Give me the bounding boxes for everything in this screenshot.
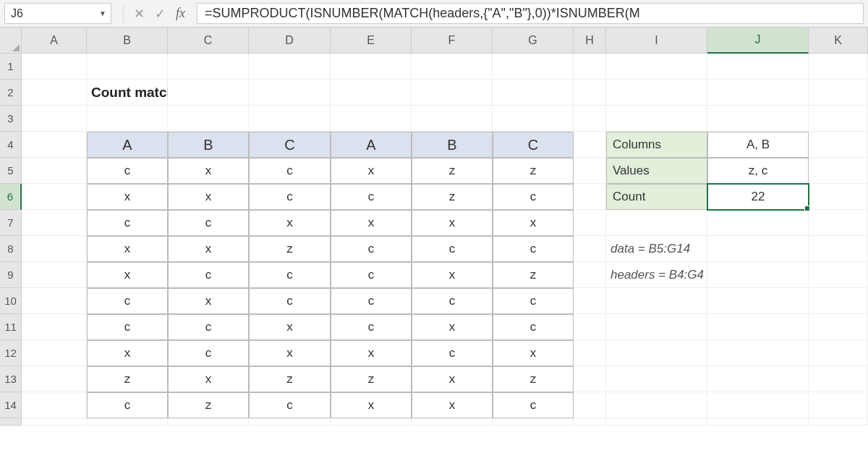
table-cell[interactable]: x <box>412 314 493 340</box>
table-cell[interactable]: z <box>493 262 574 288</box>
table-cell[interactable]: x <box>168 366 249 392</box>
table-cell[interactable]: z <box>412 158 493 184</box>
cell[interactable] <box>22 54 87 80</box>
row-header-13[interactable]: 13 <box>0 366 22 392</box>
table-cell[interactable]: x <box>412 262 493 288</box>
row-header-2[interactable]: 2 <box>0 80 22 106</box>
table-cell[interactable]: x <box>168 158 249 184</box>
table-cell[interactable]: c <box>87 392 168 418</box>
cell[interactable] <box>493 418 574 426</box>
col-header-H[interactable]: H <box>574 28 606 54</box>
table-cell[interactable]: c <box>493 184 574 210</box>
cell[interactable] <box>809 262 868 288</box>
cell[interactable] <box>809 418 868 426</box>
cell[interactable] <box>574 236 606 262</box>
side-count-value[interactable]: 22 <box>707 184 809 210</box>
cell[interactable] <box>331 80 412 106</box>
col-header-K[interactable]: K <box>809 28 868 54</box>
table-cell[interactable]: z <box>249 366 331 392</box>
cell[interactable] <box>87 418 168 426</box>
cell[interactable] <box>707 106 809 132</box>
table-cell[interactable]: x <box>87 262 168 288</box>
table-cell[interactable]: c <box>249 184 331 210</box>
cell[interactable] <box>22 314 87 340</box>
side-values-label[interactable]: Values <box>606 158 707 184</box>
table-cell[interactable]: c <box>493 236 574 262</box>
cell[interactable] <box>606 106 707 132</box>
cell[interactable] <box>493 106 574 132</box>
cell[interactable] <box>249 418 331 426</box>
cell[interactable] <box>809 366 868 392</box>
table-cell[interactable]: c <box>493 392 574 418</box>
table-cell[interactable]: x <box>249 340 331 366</box>
row-header-9[interactable]: 9 <box>0 262 22 288</box>
cell[interactable] <box>606 54 707 80</box>
side-columns-label[interactable]: Columns <box>606 132 707 158</box>
row-header-6[interactable]: 6 <box>0 184 22 210</box>
cell[interactable] <box>606 210 707 236</box>
cell[interactable] <box>493 80 574 106</box>
cell[interactable] <box>606 392 707 418</box>
cell[interactable] <box>574 366 606 392</box>
cell[interactable] <box>707 392 809 418</box>
table-cell[interactable]: x <box>331 392 412 418</box>
cell[interactable] <box>168 418 249 426</box>
cell[interactable] <box>606 340 707 366</box>
cell[interactable] <box>707 210 809 236</box>
cell[interactable] <box>574 54 606 80</box>
cell[interactable] <box>707 314 809 340</box>
table-header[interactable]: A <box>331 132 412 158</box>
cell[interactable] <box>606 418 707 426</box>
table-cell[interactable]: x <box>87 184 168 210</box>
cell[interactable] <box>809 158 868 184</box>
cell[interactable] <box>707 340 809 366</box>
cell[interactable] <box>809 288 868 314</box>
table-cell[interactable]: c <box>249 158 331 184</box>
cell[interactable] <box>574 106 606 132</box>
table-header[interactable]: B <box>412 132 493 158</box>
row-header-11[interactable]: 11 <box>0 314 22 340</box>
side-columns-value[interactable]: A, B <box>707 132 809 158</box>
table-cell[interactable]: x <box>331 210 412 236</box>
cell[interactable] <box>574 340 606 366</box>
cell[interactable] <box>249 106 331 132</box>
row-header-4[interactable]: 4 <box>0 132 22 158</box>
cell[interactable] <box>22 80 87 106</box>
cell[interactable] <box>168 54 249 80</box>
cell[interactable] <box>574 392 606 418</box>
page-title[interactable]: Count matching values in matching column… <box>87 80 168 106</box>
cell[interactable] <box>249 54 331 80</box>
col-header-G[interactable]: G <box>493 28 574 54</box>
cell[interactable] <box>707 418 809 426</box>
cell[interactable] <box>574 288 606 314</box>
row-header-7[interactable]: 7 <box>0 210 22 236</box>
chevron-down-icon[interactable]: ▼ <box>99 9 106 17</box>
cell[interactable] <box>87 54 168 80</box>
cell[interactable] <box>809 340 868 366</box>
cell[interactable] <box>574 262 606 288</box>
table-cell[interactable]: z <box>412 184 493 210</box>
cell[interactable] <box>809 236 868 262</box>
table-cell[interactable]: c <box>331 236 412 262</box>
table-cell[interactable]: z <box>168 392 249 418</box>
cell[interactable] <box>22 340 87 366</box>
table-cell[interactable]: z <box>331 366 412 392</box>
cell[interactable] <box>249 80 331 106</box>
table-cell[interactable]: c <box>168 340 249 366</box>
col-header-F[interactable]: F <box>412 28 493 54</box>
cell[interactable] <box>22 288 87 314</box>
cell[interactable] <box>809 392 868 418</box>
cell[interactable] <box>22 132 87 158</box>
cell[interactable] <box>574 80 606 106</box>
table-cell[interactable]: x <box>493 210 574 236</box>
cell[interactable] <box>574 210 606 236</box>
table-cell[interactable]: c <box>87 210 168 236</box>
row-header-12[interactable]: 12 <box>0 340 22 366</box>
cell[interactable] <box>331 106 412 132</box>
table-header[interactable]: A <box>87 132 168 158</box>
table-cell[interactable]: c <box>331 262 412 288</box>
cell[interactable] <box>809 184 868 210</box>
table-cell[interactable]: x <box>87 340 168 366</box>
name-box[interactable]: J6 ▼ <box>4 3 111 24</box>
cell[interactable] <box>574 314 606 340</box>
